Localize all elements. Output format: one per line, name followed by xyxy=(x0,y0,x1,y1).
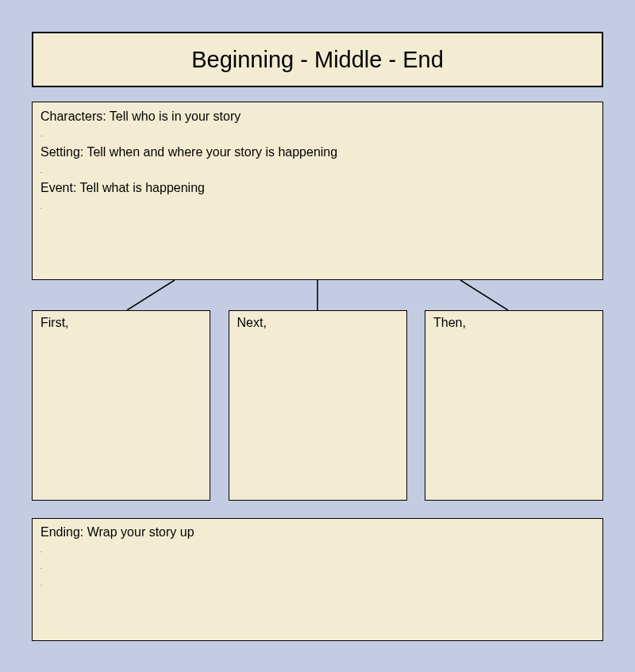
ending-box: Ending: Wrap your story up . . . xyxy=(32,518,603,641)
dot-line: . xyxy=(40,163,595,180)
intro-box: Characters: Tell who is in your story . … xyxy=(32,102,603,280)
connector-lines xyxy=(32,280,603,310)
then-box: Then, xyxy=(425,310,603,501)
dot-line: . xyxy=(40,576,595,593)
dot-line: . xyxy=(40,199,595,216)
setting-prompt: Setting: Tell when and where your story … xyxy=(40,144,595,161)
characters-prompt: Characters: Tell who is in your story xyxy=(40,108,595,125)
then-label: Then, xyxy=(433,316,466,329)
ending-label: Ending: Wrap your story up xyxy=(40,524,595,541)
first-label: First, xyxy=(40,316,69,329)
page-title: Beginning - Middle - End xyxy=(191,47,444,73)
middle-row: First, Next, Then, xyxy=(32,310,603,501)
title-box: Beginning - Middle - End xyxy=(32,32,603,87)
svg-line-2 xyxy=(460,280,508,310)
event-prompt: Event: Tell what is happening xyxy=(40,179,595,197)
dot-line: . xyxy=(40,543,595,559)
dot-line: . xyxy=(40,559,595,576)
first-box: First, xyxy=(32,310,210,501)
dot-line: . xyxy=(40,127,595,144)
next-box: Next, xyxy=(229,310,407,501)
connector-svg xyxy=(32,280,603,310)
svg-line-0 xyxy=(127,280,175,310)
next-label: Next, xyxy=(237,316,267,329)
